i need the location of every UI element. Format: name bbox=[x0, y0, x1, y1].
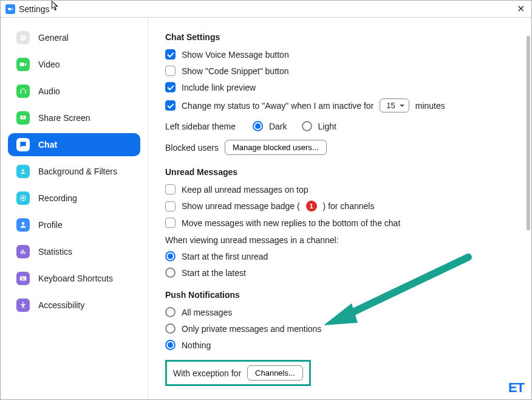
sidebar-item-general[interactable]: General bbox=[8, 26, 140, 49]
sidebar-item-label: Profile bbox=[38, 220, 63, 230]
sidebar-item-audio[interactable]: Audio bbox=[8, 80, 140, 103]
headphones-icon bbox=[16, 84, 30, 98]
theme-dark-label: Dark bbox=[269, 122, 287, 131]
show-badge-checkbox[interactable] bbox=[165, 201, 176, 212]
exception-channels-button[interactable]: Channels... bbox=[247, 365, 303, 381]
link-preview-checkbox[interactable] bbox=[165, 82, 176, 92]
share-screen-icon bbox=[16, 111, 30, 125]
sidebar-item-statistics[interactable]: Statistics bbox=[8, 240, 140, 263]
background-icon bbox=[16, 165, 30, 178]
move-replies-label: Move messages with new replies to the bo… bbox=[182, 218, 400, 228]
link-preview-label: Include link preview bbox=[182, 83, 256, 92]
unread-heading: Unread Messages bbox=[165, 167, 514, 177]
push-heading: Push Notifications bbox=[165, 290, 514, 300]
svg-point-5 bbox=[22, 197, 24, 199]
sidebar-item-label: Statistics bbox=[38, 247, 72, 257]
gear-icon bbox=[16, 31, 30, 44]
sidebar-item-label: Video bbox=[38, 60, 60, 69]
sidebar-item-accessibility[interactable]: Accessibility bbox=[8, 294, 140, 317]
start-latest-label: Start at the latest bbox=[182, 268, 246, 278]
exception-highlight: With exception for Channels... bbox=[165, 360, 311, 386]
settings-sidebar: General Video Audio Share Screen Chat Ba… bbox=[1, 18, 148, 399]
profile-icon bbox=[16, 218, 30, 232]
exception-label: With exception for bbox=[173, 368, 241, 378]
svg-point-6 bbox=[22, 222, 25, 225]
keep-on-top-checkbox[interactable] bbox=[165, 184, 176, 195]
keep-on-top-label: Keep all unread messages on top bbox=[182, 185, 309, 195]
theme-light-label: Light bbox=[318, 122, 336, 131]
close-button[interactable]: ✕ bbox=[514, 3, 527, 15]
unread-badge: 1 bbox=[306, 201, 317, 212]
push-private-label: Only private messages and mentions bbox=[182, 324, 321, 334]
sidebar-item-profile[interactable]: Profile bbox=[8, 213, 140, 236]
away-minutes-select[interactable]: 15 bbox=[380, 98, 409, 112]
svg-rect-7 bbox=[20, 277, 27, 281]
theme-light-radio[interactable] bbox=[302, 121, 312, 131]
manage-blocked-users-button[interactable]: Manage blocked users... bbox=[225, 140, 327, 155]
start-first-unread-label: Start at the first unread bbox=[182, 252, 268, 261]
svg-rect-11 bbox=[22, 279, 25, 280]
away-minutes-value: 15 bbox=[386, 101, 395, 110]
sidebar-item-label: Share Screen bbox=[38, 113, 90, 123]
away-status-checkbox[interactable] bbox=[165, 100, 176, 111]
svg-rect-10 bbox=[24, 277, 24, 278]
sidebar-item-background-filters[interactable]: Background & Filters bbox=[8, 160, 140, 183]
sidebar-item-label: Keyboard Shortcuts bbox=[38, 274, 113, 283]
code-snippet-label: Show "Code Snippet" button bbox=[182, 66, 289, 76]
record-icon bbox=[16, 191, 30, 205]
viewing-unread-label: When viewing unread messages in a channe… bbox=[165, 235, 339, 245]
sidebar-item-label: General bbox=[38, 33, 69, 43]
scrollbar-thumb[interactable] bbox=[527, 36, 530, 230]
away-status-prefix: Change my status to "Away" when I am ina… bbox=[182, 101, 373, 111]
sidebar-item-recording[interactable]: Recording bbox=[8, 187, 140, 210]
sidebar-item-label: Recording bbox=[38, 193, 77, 203]
video-icon bbox=[16, 58, 30, 71]
chat-settings-heading: Chat Settings bbox=[165, 32, 514, 42]
zoom-app-icon bbox=[5, 4, 15, 14]
code-snippet-checkbox[interactable] bbox=[165, 66, 176, 76]
accessibility-icon bbox=[16, 298, 30, 312]
voice-message-checkbox[interactable] bbox=[165, 49, 176, 60]
push-all-label: All messages bbox=[182, 308, 232, 317]
move-replies-checkbox[interactable] bbox=[165, 218, 176, 228]
chat-icon bbox=[16, 138, 30, 151]
window-title: Settings bbox=[19, 4, 50, 14]
push-private-radio[interactable] bbox=[165, 323, 176, 334]
push-nothing-radio[interactable] bbox=[165, 340, 176, 350]
svg-point-3 bbox=[22, 170, 24, 172]
sidebar-item-label: Background & Filters bbox=[38, 167, 117, 176]
away-status-suffix: minutes bbox=[415, 101, 445, 111]
sidebar-item-keyboard-shortcuts[interactable]: Keyboard Shortcuts bbox=[8, 267, 140, 290]
push-all-radio[interactable] bbox=[165, 307, 176, 317]
show-badge-suffix: ) for channels bbox=[323, 201, 375, 211]
settings-content: Chat Settings Show Voice Message button … bbox=[148, 18, 531, 399]
show-badge-prefix: Show unread message badge ( bbox=[182, 201, 300, 211]
sidebar-item-label: Accessibility bbox=[38, 300, 84, 310]
sidebar-item-chat[interactable]: Chat bbox=[8, 133, 140, 156]
sidebar-item-video[interactable]: Video bbox=[8, 53, 140, 76]
svg-point-1 bbox=[22, 36, 24, 39]
theme-dark-radio[interactable] bbox=[253, 121, 263, 131]
sidebar-theme-label: Left sidebar theme bbox=[165, 122, 236, 131]
push-nothing-label: Nothing bbox=[182, 340, 211, 350]
svg-rect-9 bbox=[22, 277, 23, 278]
keyboard-icon bbox=[16, 272, 30, 285]
svg-point-12 bbox=[22, 302, 24, 303]
settings-window: Settings ✕ General Video Audio Share Scr… bbox=[0, 0, 532, 400]
start-latest-radio[interactable] bbox=[165, 267, 176, 278]
stats-icon bbox=[16, 245, 30, 258]
svg-rect-8 bbox=[21, 277, 22, 278]
mouse-cursor bbox=[52, 1, 61, 13]
sidebar-item-label: Audio bbox=[38, 86, 60, 96]
watermark: ET bbox=[508, 380, 524, 396]
start-first-unread-radio[interactable] bbox=[165, 251, 176, 261]
sidebar-item-label: Chat bbox=[38, 140, 57, 150]
sidebar-item-share-screen[interactable]: Share Screen bbox=[8, 106, 140, 129]
titlebar: Settings ✕ bbox=[1, 1, 531, 18]
voice-message-label: Show Voice Message button bbox=[182, 50, 289, 60]
blocked-users-label: Blocked users bbox=[165, 143, 219, 153]
